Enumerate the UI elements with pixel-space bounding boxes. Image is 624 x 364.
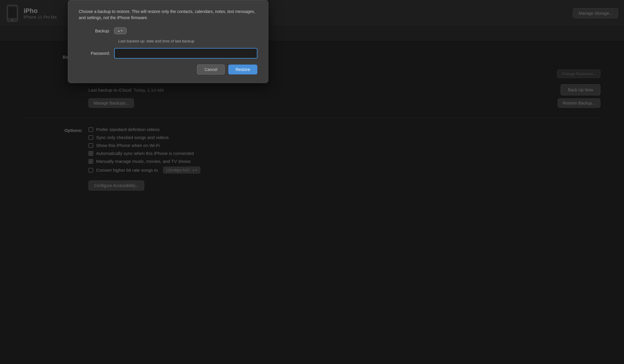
backup-select[interactable]: ▲▼ <box>114 27 127 34</box>
backup-field-label: Backup: <box>79 29 114 33</box>
backup-select-arrows-icon: ▲▼ <box>117 29 123 32</box>
cancel-button[interactable]: Cancel <box>197 64 225 75</box>
modal-description: Choose a backup to restore. This will re… <box>79 9 257 21</box>
backup-field-row: Backup: ▲▼ <box>79 27 257 34</box>
last-backed-value: date and time of last backup <box>146 39 194 43</box>
last-backed-row: Last backed up: date and time of last ba… <box>118 39 257 43</box>
password-input[interactable] <box>114 48 257 59</box>
restore-button[interactable]: Restore <box>228 64 257 75</box>
password-field-row: Password: <box>79 48 257 59</box>
modal-buttons: Cancel Restore <box>79 64 257 75</box>
password-field-label: Password: <box>79 51 114 56</box>
restore-modal: Choose a backup to restore. This will re… <box>68 0 268 83</box>
